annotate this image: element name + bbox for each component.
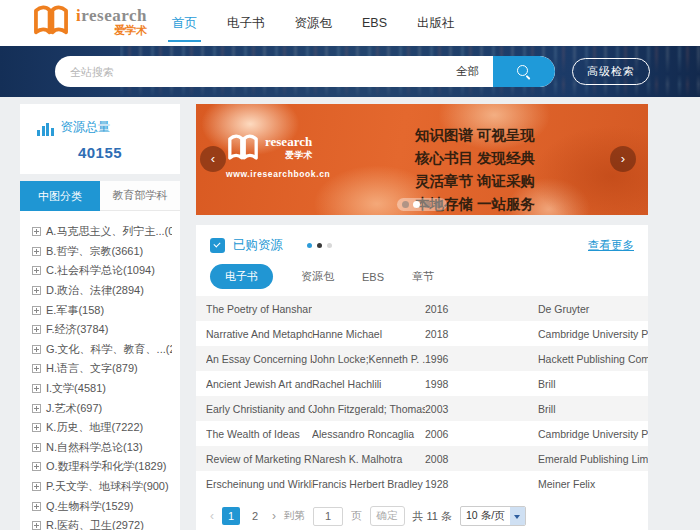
category-item[interactable]: B.哲学、宗教(3661) xyxy=(32,242,172,262)
cell-title[interactable]: The Wealth of Ideas xyxy=(206,428,312,440)
category-tab[interactable]: 中图分类 xyxy=(20,181,100,211)
table-row[interactable]: Erscheinung und Wirklic... Francis Herbe… xyxy=(196,471,648,496)
carousel-dot[interactable] xyxy=(402,201,409,208)
expand-plus-icon[interactable] xyxy=(32,325,41,334)
search-button[interactable] xyxy=(493,56,555,87)
expand-plus-icon[interactable] xyxy=(32,423,41,432)
category-item[interactable]: P.天文学、地球科学(900) xyxy=(32,477,172,497)
nav-item[interactable]: EBS xyxy=(360,10,389,36)
confirm-button[interactable]: 确定 xyxy=(370,506,405,526)
carousel-dot[interactable] xyxy=(413,201,420,208)
search-band: 全部 高级检索 xyxy=(0,46,700,97)
purchased-dot[interactable] xyxy=(307,243,312,248)
dropdown-caret-icon xyxy=(510,506,525,526)
category-item[interactable]: Q.生物科学(1529) xyxy=(32,496,172,516)
site-logo[interactable]: iresearch 爱学术 xyxy=(32,5,147,37)
per-page-value: 10 条/页 xyxy=(461,509,510,523)
table-row[interactable]: The Poetry of Hanshan (... 2016 De Gruyt… xyxy=(196,296,648,321)
nav-item[interactable]: 出版社 xyxy=(415,9,457,38)
page-number[interactable]: 2 xyxy=(246,507,264,525)
expand-plus-icon[interactable] xyxy=(32,384,41,393)
category-item[interactable]: E.军事(158) xyxy=(32,300,172,320)
category-item[interactable]: A.马克思主义、列宁主...(0) xyxy=(32,222,172,242)
search-scope-dropdown[interactable]: 全部 xyxy=(456,64,493,79)
expand-plus-icon[interactable] xyxy=(32,286,41,295)
category-item[interactable]: N.自然科学总论(13) xyxy=(32,438,172,458)
expand-plus-icon[interactable] xyxy=(32,482,41,491)
cell-title[interactable]: An Essay Concerning Hu... xyxy=(206,353,312,365)
page-prev-icon[interactable]: ‹ xyxy=(210,509,214,523)
category-item[interactable]: R.医药、卫生(2972) xyxy=(32,516,172,530)
expand-plus-icon[interactable] xyxy=(32,404,41,413)
cell-author: Alessandro Roncaglia xyxy=(312,428,425,440)
expand-plus-icon[interactable] xyxy=(32,227,41,236)
category-item[interactable]: O.数理科学和化学(1829) xyxy=(32,457,172,477)
advanced-search-button[interactable]: 高级检索 xyxy=(572,58,650,85)
cell-title[interactable]: Erscheinung und Wirklic... xyxy=(206,478,312,490)
category-item[interactable]: F.经济(3784) xyxy=(32,320,172,340)
cell-year: 2008 xyxy=(425,453,538,465)
purchased-tab[interactable]: 资源包 xyxy=(301,264,334,289)
cell-author: Rachel Hachlili xyxy=(312,378,425,390)
slogan-line: 知识图谱 可视呈现 xyxy=(415,124,535,147)
page-numbers: 12 xyxy=(222,507,264,525)
table-row[interactable]: Review of Marketing Re... Naresh K. Malh… xyxy=(196,446,648,471)
category-tab[interactable]: 教育部学科 xyxy=(100,181,180,211)
carousel-dot[interactable] xyxy=(424,201,431,208)
category-item[interactable]: K.历史、地理(7222) xyxy=(32,418,172,438)
cell-title[interactable]: Ancient Jewish Art and A... xyxy=(206,378,312,390)
category-item[interactable]: D.政治、法律(2894) xyxy=(32,281,172,301)
nav-item[interactable]: 电子书 xyxy=(225,9,267,38)
cell-title[interactable]: Early Christianity and Cla... xyxy=(206,403,312,415)
category-item[interactable]: G.文化、科学、教育、...(2293) xyxy=(32,340,172,360)
logo-text: iresearch 爱学术 xyxy=(76,7,147,36)
cell-title[interactable]: Review of Marketing Re... xyxy=(206,453,312,465)
page-next-icon[interactable]: › xyxy=(272,509,276,523)
purchased-tab[interactable]: 电子书 xyxy=(210,264,273,289)
cell-publisher: Cambridge University Pr... xyxy=(538,328,648,340)
resource-total-label: 资源总量 xyxy=(61,119,111,136)
expand-plus-icon[interactable] xyxy=(32,247,41,256)
carousel-prev-icon[interactable]: ‹ xyxy=(200,146,226,172)
carousel-next-icon[interactable]: › xyxy=(610,146,636,172)
category-item[interactable]: J.艺术(697) xyxy=(32,398,172,418)
pagination: ‹ 12 › 到第 页 确定 共 11 条 10 条/页 xyxy=(196,496,648,526)
table-row[interactable]: Early Christianity and Cla... John Fitzg… xyxy=(196,396,648,421)
per-page-select[interactable]: 10 条/页 xyxy=(460,506,526,526)
nav-item[interactable]: 资源包 xyxy=(293,9,335,38)
expand-plus-icon[interactable] xyxy=(32,364,41,373)
purchased-tab[interactable]: EBS xyxy=(362,266,384,288)
table-row[interactable]: An Essay Concerning Hu... John Locke;Ken… xyxy=(196,346,648,371)
expand-plus-icon[interactable] xyxy=(32,462,41,471)
search-input[interactable] xyxy=(55,66,456,78)
purchased-dot[interactable] xyxy=(317,243,322,248)
open-book-icon xyxy=(32,5,70,37)
view-more-link[interactable]: 查看更多 xyxy=(588,238,634,253)
category-item[interactable]: C.社会科学总论(1094) xyxy=(32,261,172,281)
table-row[interactable]: Ancient Jewish Art and A... Rachel Hachl… xyxy=(196,371,648,396)
purchased-dot[interactable] xyxy=(327,243,332,248)
carousel-dots xyxy=(397,198,447,211)
expand-plus-icon[interactable] xyxy=(32,521,41,530)
expand-plus-icon[interactable] xyxy=(32,266,41,275)
table-row[interactable]: Narrative And Metaphor... Hanne Michael … xyxy=(196,321,648,346)
expand-plus-icon[interactable] xyxy=(32,443,41,452)
expand-plus-icon[interactable] xyxy=(32,345,41,354)
expand-plus-icon[interactable] xyxy=(32,502,41,511)
expand-plus-icon[interactable] xyxy=(32,306,41,315)
category-item[interactable]: H.语言、文字(879) xyxy=(32,359,172,379)
goto-page-input[interactable] xyxy=(313,507,343,526)
page-number[interactable]: 1 xyxy=(222,507,240,525)
nav-item[interactable]: 首页 xyxy=(170,9,199,38)
carousel-dot[interactable] xyxy=(435,201,442,208)
purchased-tab[interactable]: 章节 xyxy=(412,264,434,289)
banner-logo: research 爱学术 www.iresearchbook.cn xyxy=(226,134,330,179)
cell-author: Francis Herbert Bradley xyxy=(312,478,425,490)
goto-label: 到第 xyxy=(284,509,305,523)
cell-publisher: Brill xyxy=(538,378,648,390)
cell-title[interactable]: The Poetry of Hanshan (... xyxy=(206,303,312,315)
category-item[interactable]: I.文学(4581) xyxy=(32,379,172,399)
banner-wordmark: research xyxy=(265,135,312,148)
cell-title[interactable]: Narrative And Metaphor... xyxy=(206,328,312,340)
table-row[interactable]: The Wealth of Ideas Alessandro Roncaglia… xyxy=(196,421,648,446)
